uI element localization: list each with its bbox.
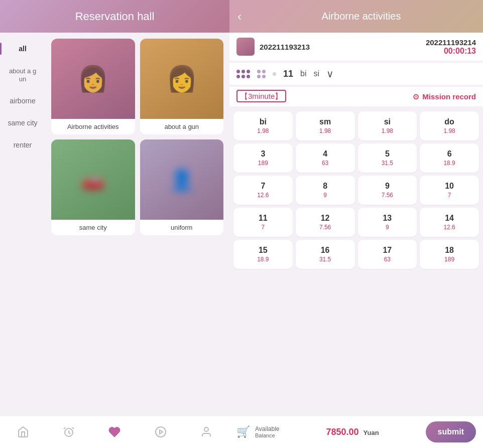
balance-info: Available Balance xyxy=(255,425,279,438)
mission-record-button[interactable]: ⊙ Mission record xyxy=(413,92,476,101)
yuan-label: Yuan xyxy=(364,429,379,436)
mission-record-label: Mission record xyxy=(422,92,476,101)
left-footer xyxy=(0,415,229,448)
dots-si: si xyxy=(313,69,319,78)
number-card[interactable]: do 1.98 xyxy=(420,111,479,140)
num-card-label: 7 xyxy=(236,182,290,191)
card-city[interactable]: 🚗 same city xyxy=(51,139,135,235)
balance-label: Balance xyxy=(255,432,279,438)
num-card-label: 14 xyxy=(423,214,476,223)
num-card-value: 7 xyxy=(423,192,476,199)
num-card-label: 16 xyxy=(299,246,352,255)
dot xyxy=(236,75,240,78)
num-card-value: 18.9 xyxy=(423,160,476,167)
footer-play[interactable] xyxy=(155,426,167,438)
num-card-value: 12.6 xyxy=(423,224,476,231)
info-id1: 202211193213 xyxy=(260,43,421,51)
num-card-label: si xyxy=(361,117,414,126)
number-card[interactable]: 11 7 xyxy=(233,208,293,237)
num-card-label: 13 xyxy=(361,214,414,223)
number-card[interactable]: 6 18.9 xyxy=(420,143,479,173)
num-card-value: 1.98 xyxy=(423,127,476,134)
sidebar-item-renter[interactable]: renter xyxy=(0,134,45,156)
num-card-label: 6 xyxy=(423,150,476,159)
num-card-value: 9 xyxy=(361,224,414,231)
footer-home[interactable] xyxy=(17,426,29,438)
left-panel: Reservation hall all about a g un airbor… xyxy=(0,0,229,448)
card-city-label: same city xyxy=(76,220,110,235)
card-city-image: 🚗 xyxy=(51,139,135,220)
card-airborne-label: Airborne activities xyxy=(64,119,122,134)
number-card[interactable]: 8 9 xyxy=(296,176,355,205)
num-card-label: 12 xyxy=(299,214,352,223)
back-button[interactable]: ‹ xyxy=(237,10,241,24)
number-card[interactable]: 16 31.5 xyxy=(296,240,355,269)
number-card[interactable]: 17 63 xyxy=(358,240,417,269)
number-card[interactable]: 4 63 xyxy=(296,143,355,173)
dot xyxy=(241,75,245,78)
right-panel: ‹ Airborne activities 202211193213 20221… xyxy=(229,0,483,448)
number-card[interactable]: 7 12.6 xyxy=(233,176,293,205)
card-gun[interactable]: 👩 about a gun xyxy=(140,39,224,134)
sidebar-item-all[interactable]: all xyxy=(0,38,45,60)
dots-group-full[interactable] xyxy=(236,70,250,78)
number-card[interactable]: 12 7.56 xyxy=(296,208,355,237)
num-card-value: 7 xyxy=(236,224,290,231)
left-header: Reservation hall xyxy=(0,0,229,33)
number-card[interactable]: 5 31.5 xyxy=(358,143,417,173)
dot xyxy=(257,70,261,73)
info-id2: 202211193214 xyxy=(426,38,476,47)
number-card[interactable]: si 1.98 xyxy=(358,111,417,140)
num-card-label: do xyxy=(423,117,476,126)
number-card[interactable]: 18 189 xyxy=(420,240,479,269)
dot xyxy=(241,70,245,73)
num-card-value: 1.98 xyxy=(361,127,414,134)
dots-group-2[interactable] xyxy=(257,70,266,78)
num-card-value: 18.9 xyxy=(236,256,290,263)
footer-heart[interactable] xyxy=(108,426,120,438)
dot xyxy=(236,70,240,73)
num-card-label: bi xyxy=(236,117,290,126)
sidebar-item-aboutgun[interactable]: about a g un xyxy=(0,60,45,90)
number-card[interactable]: sm 1.98 xyxy=(296,111,355,140)
cart-icon[interactable]: 🛒 xyxy=(236,425,250,438)
number-card[interactable]: 9 7.56 xyxy=(358,176,417,205)
num-card-value: 189 xyxy=(423,256,476,263)
num-card-label: 5 xyxy=(361,150,414,159)
card-uniform-image: 👤 xyxy=(140,139,224,220)
num-card-value: 63 xyxy=(299,160,352,167)
mission-time: 【3minute】 xyxy=(236,92,286,101)
number-grid: bi 1.98 sm 1.98 si 1.98 do 1.98 3 189 4 … xyxy=(229,108,483,272)
info-right: 202211193214 00:00:13 xyxy=(426,38,476,56)
svg-point-3 xyxy=(204,427,208,431)
card-airborne[interactable]: 👩 Airborne activities xyxy=(51,39,135,134)
num-card-label: 9 xyxy=(361,182,414,191)
num-card-label: 3 xyxy=(236,150,290,159)
chevron-down-icon[interactable]: ∨ xyxy=(326,68,334,80)
dots-group-3[interactable] xyxy=(273,72,276,76)
footer-alarm[interactable] xyxy=(63,426,75,438)
card-uniform[interactable]: 👤 uniform xyxy=(140,139,224,235)
info-timer: 00:00:13 xyxy=(426,47,476,56)
sidebar-item-airborne[interactable]: airborne xyxy=(0,90,45,112)
number-card[interactable]: 3 189 xyxy=(233,143,293,173)
number-card[interactable]: bi 1.98 xyxy=(233,111,293,140)
sidebar-item-samecity[interactable]: same city xyxy=(0,112,45,134)
num-card-value: 189 xyxy=(236,160,290,167)
number-card[interactable]: 15 18.9 xyxy=(233,240,293,269)
dots-number: 11 xyxy=(283,69,293,79)
dot xyxy=(262,70,266,73)
footer-person[interactable] xyxy=(200,426,212,438)
right-title: Airborne activities xyxy=(248,11,475,22)
right-header: ‹ Airborne activities xyxy=(229,0,483,33)
mission-record-icon: ⊙ xyxy=(413,92,419,101)
num-card-label: 10 xyxy=(423,182,476,191)
number-card[interactable]: 13 9 xyxy=(358,208,417,237)
submit-button[interactable]: submit xyxy=(426,421,476,442)
svg-marker-2 xyxy=(160,430,163,434)
num-card-value: 1.98 xyxy=(236,127,290,134)
balance-amount: 7850.00 Yuan xyxy=(284,427,420,437)
content-grid: 👩 Airborne activities 👩 about a gun 🚗 sa… xyxy=(45,33,229,415)
number-card[interactable]: 10 7 xyxy=(420,176,479,205)
number-card[interactable]: 14 12.6 xyxy=(420,208,479,237)
